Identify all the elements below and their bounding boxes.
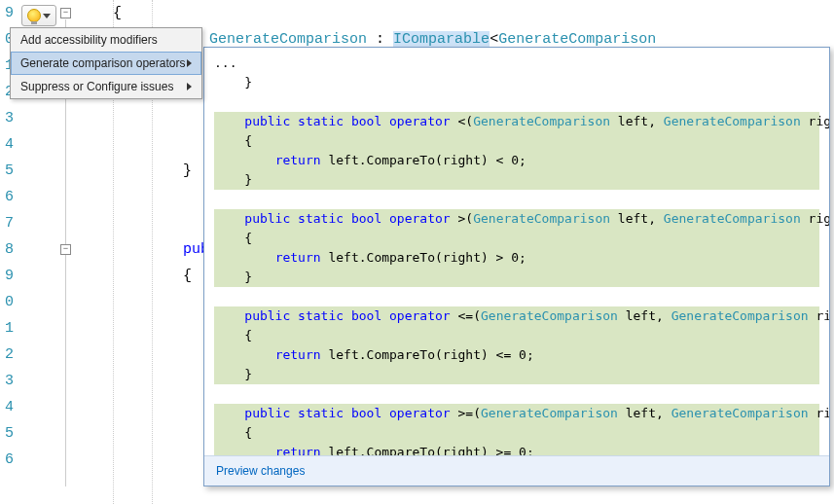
lightbulb-icon	[27, 9, 41, 22]
submenu-arrow-icon	[187, 83, 192, 90]
qa-item-add-accessibility[interactable]: Add accessibility modifiers	[11, 28, 201, 52]
preview-changes-link[interactable]: Preview changes	[216, 464, 305, 478]
qa-item-generate-comparison[interactable]: Generate comparison operators	[11, 52, 201, 75]
quick-actions-lightbulb-button[interactable]	[21, 5, 56, 26]
fold-toggle-icon[interactable]: −	[60, 8, 71, 18]
submenu-arrow-icon	[187, 59, 192, 67]
fold-toggle-icon[interactable]: −	[60, 244, 71, 255]
preview-code-area: ... } public static bool operator <(Gene…	[204, 48, 829, 455]
quick-actions-menu: Add accessibility modifiers Generate com…	[10, 27, 202, 99]
chevron-down-icon	[43, 14, 51, 18]
qa-item-suppress-configure[interactable]: Suppress or Configure issues	[11, 75, 201, 98]
preview-footer: Preview changes	[204, 455, 829, 486]
code-preview-flyout: ... } public static bool operator <(Gene…	[203, 47, 830, 486]
